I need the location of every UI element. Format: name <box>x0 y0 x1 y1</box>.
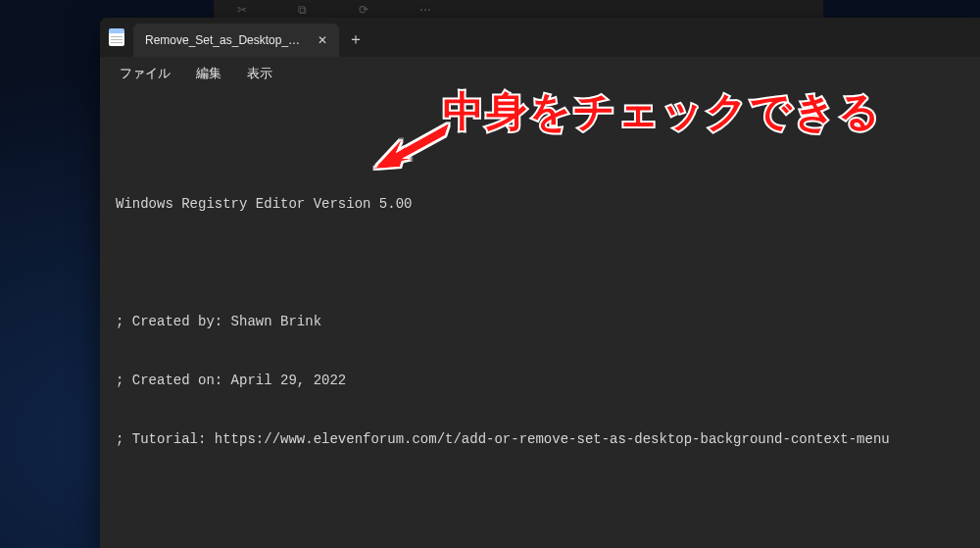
file-header-block: Windows Registry Editor Version 5.00 ; C… <box>116 155 964 488</box>
bg-icon: ⋯ <box>419 3 431 17</box>
comment-tutorial: ; Tutorial: https://www.elevenforum.com/… <box>116 429 964 449</box>
tab-active[interactable]: Remove_Set_as_Desktop_Backgroun ✕ <box>133 24 339 57</box>
menu-view[interactable]: 表示 <box>237 61 282 86</box>
comment-created-by: ; Created by: Shawn Brink <box>116 312 964 331</box>
menu-edit[interactable]: 編集 <box>186 61 231 86</box>
text-editor[interactable]: Windows Registry Editor Version 5.00 ; C… <box>100 90 980 548</box>
notepad-window: Remove_Set_as_Desktop_Backgroun ✕ ＋ ファイル… <box>100 18 980 548</box>
reg-header-line: Windows Registry Editor Version 5.00 <box>116 194 964 214</box>
notepad-app-icon <box>100 18 133 57</box>
bg-icon: ⟳ <box>359 3 368 17</box>
new-tab-button[interactable]: ＋ <box>339 22 372 57</box>
menubar: ファイル 編集 表示 <box>100 57 980 90</box>
menu-file[interactable]: ファイル <box>110 61 180 86</box>
bg-icon: ✂ <box>237 3 247 17</box>
notepad-icon <box>109 28 124 46</box>
titlebar[interactable]: Remove_Set_as_Desktop_Backgroun ✕ ＋ <box>100 18 980 57</box>
tab-close-button[interactable]: ✕ <box>314 31 331 49</box>
blank-line <box>116 253 964 273</box>
comment-created-on: ; Created on: April 29, 2022 <box>116 371 964 390</box>
tab-title: Remove_Set_as_Desktop_Backgroun <box>145 33 306 47</box>
bg-icon: ⧉ <box>298 3 307 17</box>
